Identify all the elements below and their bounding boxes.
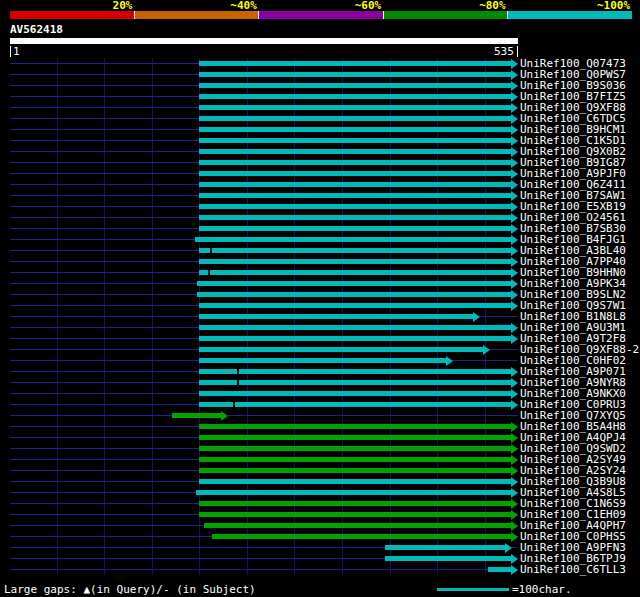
hit-arrowhead-icon bbox=[511, 554, 518, 564]
hit-arrowhead-icon bbox=[511, 70, 518, 80]
identity-scale-segment bbox=[508, 11, 632, 19]
scale-legend-label: =100char. bbox=[512, 583, 572, 596]
hit-bar[interactable] bbox=[199, 380, 511, 385]
hit-bar[interactable] bbox=[199, 424, 511, 429]
hit-arrowhead-icon bbox=[511, 59, 518, 69]
gap-mark bbox=[237, 369, 239, 374]
hit-bar[interactable] bbox=[199, 83, 511, 88]
hit-bar[interactable] bbox=[199, 314, 473, 319]
hit-bar[interactable] bbox=[199, 116, 511, 121]
hit-bar[interactable] bbox=[195, 237, 511, 242]
hit-bar[interactable] bbox=[199, 358, 446, 363]
hit-arrowhead-icon bbox=[511, 169, 518, 179]
identity-scale-label: ~40% bbox=[134, 0, 258, 11]
hit-bar[interactable] bbox=[199, 369, 511, 374]
hit-bar[interactable] bbox=[199, 127, 511, 132]
hit-bar[interactable] bbox=[199, 435, 511, 440]
ruler-end-tick bbox=[517, 46, 518, 57]
hit-bar[interactable] bbox=[199, 468, 511, 473]
gaps-legend: Large gaps: ▲(in Query)/- (in Subject) bbox=[4, 583, 256, 596]
hit-bar[interactable] bbox=[199, 171, 511, 176]
query-ruler bbox=[10, 38, 518, 44]
gap-mark bbox=[237, 380, 239, 385]
hit-bar[interactable] bbox=[199, 204, 511, 209]
hit-arrowhead-icon bbox=[511, 367, 518, 377]
hit-bar[interactable] bbox=[197, 292, 512, 297]
hit-bar[interactable] bbox=[385, 545, 506, 550]
query-name: AV562418 bbox=[10, 24, 63, 35]
identity-scale-label: ~100% bbox=[508, 0, 632, 11]
hit-arrowhead-icon bbox=[511, 455, 518, 465]
hit-arrowhead-icon bbox=[511, 422, 518, 432]
hit-bar[interactable] bbox=[199, 226, 511, 231]
hit-bar[interactable] bbox=[199, 61, 511, 66]
hit-bar[interactable] bbox=[199, 182, 511, 187]
hit-bar[interactable] bbox=[199, 512, 511, 517]
hit-bar[interactable] bbox=[199, 336, 511, 341]
identity-scale-segment bbox=[10, 11, 135, 19]
hit-backbone-line bbox=[10, 415, 518, 416]
hit-arrowhead-icon bbox=[505, 543, 512, 553]
hit-bar[interactable] bbox=[204, 523, 511, 528]
hit-arrowhead-icon bbox=[511, 334, 518, 344]
hit-arrowhead-icon bbox=[511, 257, 518, 267]
hit-bar[interactable] bbox=[199, 105, 511, 110]
hit-bar[interactable] bbox=[199, 94, 511, 99]
hit-bar[interactable] bbox=[199, 501, 511, 506]
hit-arrowhead-icon bbox=[221, 411, 228, 421]
ruler-start-tick bbox=[10, 46, 11, 57]
hit-bar[interactable] bbox=[197, 281, 512, 286]
identity-scale-segment bbox=[135, 11, 260, 19]
ruler-end-label: 535 bbox=[494, 46, 514, 57]
hit-arrowhead-icon bbox=[511, 532, 518, 542]
hit-arrowhead-icon bbox=[511, 444, 518, 454]
hit-bar[interactable] bbox=[199, 402, 511, 407]
hit-bar[interactable] bbox=[199, 193, 511, 198]
hit-bar[interactable] bbox=[199, 270, 511, 275]
hit-bar[interactable] bbox=[199, 303, 511, 308]
hit-label[interactable]: UniRef100_C6TLL3 bbox=[520, 564, 626, 575]
hit-arrowhead-icon bbox=[511, 400, 518, 410]
hit-arrowhead-icon bbox=[511, 191, 518, 201]
hit-arrowhead-icon bbox=[511, 224, 518, 234]
hit-arrowhead-icon bbox=[473, 312, 480, 322]
identity-scale-segment bbox=[259, 11, 384, 19]
hit-bar[interactable] bbox=[172, 413, 221, 418]
hit-bar[interactable] bbox=[199, 72, 511, 77]
hit-bar[interactable] bbox=[212, 534, 511, 539]
gap-mark bbox=[208, 270, 210, 275]
hit-bar[interactable] bbox=[385, 556, 511, 561]
hit-arrowhead-icon bbox=[511, 279, 518, 289]
hit-arrowhead-icon bbox=[511, 125, 518, 135]
hit-bar[interactable] bbox=[199, 248, 511, 253]
hit-bar[interactable] bbox=[199, 259, 511, 264]
hit-bar[interactable] bbox=[199, 446, 511, 451]
hit-arrowhead-icon bbox=[483, 345, 490, 355]
scale-legend-line bbox=[437, 588, 509, 591]
gap-mark bbox=[210, 248, 212, 253]
hit-arrowhead-icon bbox=[511, 466, 518, 476]
hit-bar[interactable] bbox=[199, 149, 511, 154]
hit-bar[interactable] bbox=[199, 347, 483, 352]
hit-bar[interactable] bbox=[199, 160, 511, 165]
hit-arrowhead-icon bbox=[511, 499, 518, 509]
hit-arrowhead-icon bbox=[511, 81, 518, 91]
identity-scale-label: ~80% bbox=[383, 0, 507, 11]
hit-bar[interactable] bbox=[199, 479, 511, 484]
hit-arrowhead-icon bbox=[511, 268, 518, 278]
blast-overview-page: 20%~40%~60%~80%~100% AV562418 1 535 UniR… bbox=[0, 0, 640, 597]
hit-bar[interactable] bbox=[199, 457, 511, 462]
hit-arrowhead-icon bbox=[511, 235, 518, 245]
hit-bar[interactable] bbox=[488, 567, 511, 572]
hit-bar[interactable] bbox=[199, 391, 511, 396]
identity-scale-bar bbox=[10, 11, 632, 19]
hit-arrowhead-icon bbox=[511, 477, 518, 487]
hit-bar[interactable] bbox=[199, 138, 511, 143]
hit-bar[interactable] bbox=[196, 490, 512, 495]
hit-bar[interactable] bbox=[199, 215, 511, 220]
hit-arrowhead-icon bbox=[511, 147, 518, 157]
hit-bar[interactable] bbox=[199, 325, 511, 330]
hit-arrowhead-icon bbox=[511, 323, 518, 333]
identity-scale-labels: 20%~40%~60%~80%~100% bbox=[10, 0, 632, 11]
hit-arrowhead-icon bbox=[511, 180, 518, 190]
